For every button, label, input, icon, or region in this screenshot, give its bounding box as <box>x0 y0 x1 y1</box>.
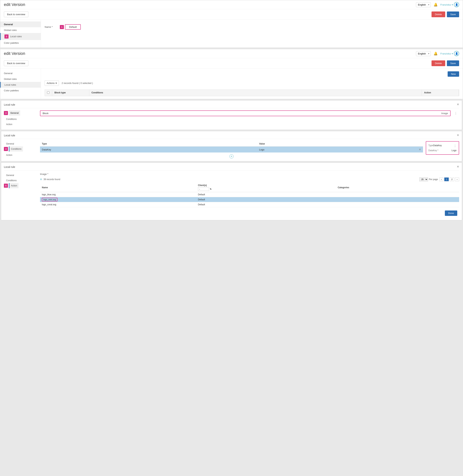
sidebar-item-colorpalettes-2[interactable]: Color palettes <box>0 88 41 93</box>
col-action: Action <box>422 90 459 96</box>
user-menu-1[interactable]: Franziska ▾ 👤 <box>440 2 459 7</box>
sidebar-item-localrules-1[interactable]: 2 Local rules <box>0 33 41 40</box>
page-title-1: edit Version <box>4 2 25 7</box>
img-name-1: logo_blue.svg <box>40 192 196 197</box>
col-blocktype: Block type <box>52 90 89 96</box>
image-table: Name Client(s) ⇅ Categories logo_ <box>40 183 459 207</box>
sidebar-item-general-1[interactable]: General <box>0 21 41 27</box>
new-button[interactable]: New <box>448 71 459 77</box>
add-condition-btn[interactable]: + <box>230 154 233 158</box>
sidebar-item-globalrules-1[interactable]: Global rules <box>0 27 41 33</box>
step-badge-1: 1 <box>60 25 64 29</box>
modal-sidebar-3: 3 General Conditions Action <box>4 110 37 127</box>
conditions-right-panel: Type DataKey ⋮ DataKey * Logo <box>426 141 459 155</box>
per-page-select[interactable]: 25 <box>419 177 428 181</box>
close-button-4[interactable]: ✕ <box>457 133 459 137</box>
img-client-1: Default <box>196 192 336 197</box>
client-filter-input[interactable] <box>198 187 209 191</box>
rp-datakey-label: DataKey * <box>428 149 438 152</box>
modal-tab-general-5[interactable]: General <box>4 173 37 178</box>
back-button-1[interactable]: Back to overview <box>4 11 28 17</box>
image-row-1[interactable]: logo_blue.svg Default <box>40 192 459 197</box>
user-menu-2[interactable]: Franziska ▾ 👤 <box>440 51 459 56</box>
save-button-1[interactable]: Save <box>447 11 459 17</box>
img-col-categories: Categories <box>336 183 459 192</box>
content-area-2: New Actions ▾ 2 records found ( 0 select… <box>41 69 463 99</box>
modal-title-3: Local rule ✕ <box>4 103 459 108</box>
language-select-2[interactable]: English <box>416 51 431 56</box>
done-button[interactable]: Done <box>445 210 457 216</box>
page-1-btn[interactable]: 1 <box>444 178 449 181</box>
img-cats-3 <box>336 202 459 207</box>
back-button-2[interactable]: Back to overview <box>4 60 28 66</box>
name-badge: Default <box>65 24 81 30</box>
modal-title-5: Local rule ✕ <box>4 165 459 171</box>
img-name-2: logo_mint.svg <box>40 197 196 202</box>
image-row-2[interactable]: logo_mint.svg Default <box>40 197 459 202</box>
chevron-down-icon-actions: ▾ <box>55 82 57 84</box>
sidebar-item-globalrules-2[interactable]: Global rules <box>0 76 41 82</box>
img-cats-2 <box>336 197 459 202</box>
modal-content-5: Image * ⚙ 39 records found 25 Per page ‹ <box>40 173 459 217</box>
block-field-label: Block <box>43 112 49 115</box>
avatar-2: 👤 <box>454 51 459 56</box>
chevron-down-icon-1: ▾ <box>452 3 453 6</box>
img-client-2: Default <box>196 197 336 202</box>
modal-tab-action-5[interactable]: Action <box>9 183 18 188</box>
settings-icon[interactable]: ⚙ <box>40 178 42 181</box>
modal-content-4: Type Value DataKey Logo <box>40 141 459 158</box>
cond-type: DataKey <box>40 147 257 153</box>
language-select-1[interactable]: English <box>416 2 431 7</box>
modal-content-3: Block Image ⋮ <box>40 110 459 127</box>
username-2: Franziska <box>440 52 451 55</box>
next-page-btn[interactable]: › <box>455 178 459 181</box>
prev-page-btn[interactable]: ‹ <box>439 178 443 181</box>
delete-button-1[interactable]: Delete <box>432 11 445 17</box>
image-records-info: 39 records found <box>44 178 60 181</box>
step-badge-2: 2 <box>4 35 9 38</box>
remove-condition-btn[interactable]: ✕ <box>419 148 421 151</box>
client-sort-btn[interactable]: ⇅ <box>210 188 212 190</box>
bell-icon-2[interactable]: 🔔 <box>434 52 438 56</box>
step-badge-3: 3 <box>4 111 8 115</box>
modal-sidebar-4: General 4 Conditions Action <box>4 141 37 158</box>
chevron-down-icon-2: ▾ <box>452 52 453 55</box>
condition-row: DataKey Logo ✕ <box>40 147 423 153</box>
delete-button-2[interactable]: Delete <box>432 60 445 66</box>
value-column-header: Value <box>257 141 417 147</box>
modal-title-4: Local rule ✕ <box>4 134 459 139</box>
modal-tab-conditions-5[interactable]: Conditions <box>4 178 37 183</box>
img-name-3: logo_coral.svg <box>40 202 196 207</box>
rp-datakey-value: Logo <box>452 149 456 152</box>
table-header: Block type Conditions Action <box>45 90 459 96</box>
modal-tab-conditions-4[interactable]: Conditions <box>9 146 23 152</box>
modal-tab-general-4[interactable]: General <box>4 141 37 146</box>
image-label: Image * <box>40 173 48 175</box>
sidebar-item-localrules-2[interactable]: Local rules <box>0 82 41 88</box>
actions-dropdown[interactable]: Actions ▾ <box>45 81 59 86</box>
modal-tab-action-4[interactable]: Action <box>4 153 37 158</box>
step-badge-4: 4 <box>4 147 8 151</box>
modal-sidebar-5: General Conditions 5 Action <box>4 173 37 217</box>
sidebar-item-colorpalettes-1[interactable]: Color palettes <box>0 40 41 46</box>
image-row-3[interactable]: logo_coral.svg Default <box>40 202 459 207</box>
modal-localrule-5: Local rule ✕ General Conditions 5 Action… <box>1 162 462 220</box>
select-all-checkbox[interactable] <box>47 91 49 94</box>
modal-tab-general-3[interactable]: General <box>9 110 20 116</box>
page-2-btn[interactable]: 2 <box>450 178 454 181</box>
rp-three-dots[interactable]: ⋮ <box>454 144 456 148</box>
close-button-5[interactable]: ✕ <box>457 165 459 168</box>
per-page-label: Per page <box>429 178 438 181</box>
avatar-1: 👤 <box>454 2 459 7</box>
img-client-3: Default <box>196 202 336 207</box>
save-button-2[interactable]: Save <box>447 60 459 66</box>
block-three-dots[interactable]: ⋮ <box>453 110 459 116</box>
img-col-client: Client(s) ⇅ <box>196 183 336 192</box>
sidebar-item-general-2[interactable]: General <box>0 70 41 76</box>
close-button-3[interactable]: ✕ <box>457 103 459 106</box>
bell-icon-1[interactable]: 🔔 <box>434 3 438 7</box>
modal-tab-action-3[interactable]: Action <box>4 122 37 127</box>
modal-tab-conditions-3[interactable]: Conditions <box>4 117 37 122</box>
col-conditions: Conditions <box>89 90 422 96</box>
img-col-name: Name <box>40 183 196 192</box>
